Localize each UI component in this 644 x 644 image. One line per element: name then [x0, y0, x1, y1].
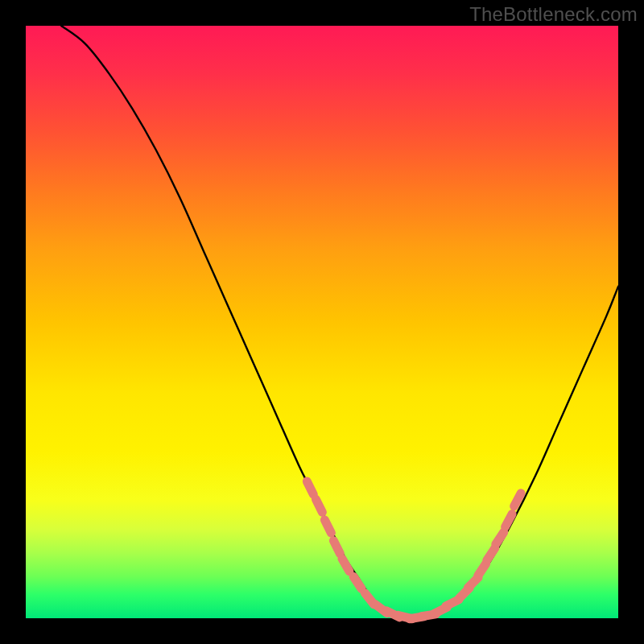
curve-marker	[514, 493, 521, 506]
curve-markers-group	[307, 481, 521, 619]
watermark-text: TheBottleneck.com	[469, 3, 638, 26]
chart-frame	[26, 26, 618, 618]
bottleneck-curve-svg	[26, 26, 618, 618]
curve-marker	[342, 559, 349, 572]
curve-marker	[506, 514, 512, 527]
curve-marker	[333, 541, 340, 554]
curve-marker	[307, 481, 313, 494]
curve-marker	[316, 499, 322, 512]
curve-marker	[487, 548, 495, 560]
curve-marker	[496, 532, 504, 544]
curve-marker	[478, 564, 486, 576]
curve-marker	[324, 520, 331, 533]
curve-marker	[353, 576, 361, 588]
bottleneck-curve-path	[61, 26, 618, 619]
